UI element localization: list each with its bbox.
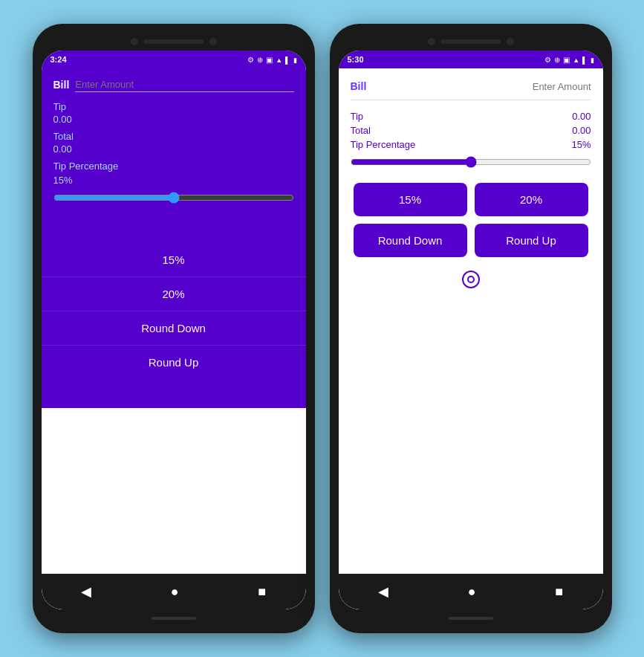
phone-1-screen: 3:24 Bill Tip 0.00 xyxy=(42,51,306,609)
wifi-icon-2 xyxy=(573,56,579,64)
wifi-icon xyxy=(276,56,282,64)
bottom-indicator-2 xyxy=(449,617,493,620)
gear-icon-2 xyxy=(544,56,551,64)
dropdown-item-round-up[interactable]: Round Up xyxy=(42,346,306,379)
dropdown-menu-1: 15% 20% Round Down Round Up xyxy=(42,243,306,409)
dropdown-item-round-down[interactable]: Round Down xyxy=(42,311,306,346)
bill-label-1: Bill xyxy=(53,79,70,91)
phone-2-top-section: Bill Tip 0.00 Total 0.00 Tip Percentage … xyxy=(339,68,603,300)
radio-circle xyxy=(462,271,480,288)
bill-label-2: Bill xyxy=(351,80,367,92)
tip-percentage-label-2: Tip Percentage xyxy=(351,139,416,150)
total-label-1: Total xyxy=(53,131,294,142)
camera-dot-2 xyxy=(209,38,217,45)
btn-15-percent[interactable]: 15% xyxy=(354,183,467,216)
phone-2-bottom-bar xyxy=(339,612,603,624)
sim-icon-2 xyxy=(563,56,570,64)
tip-percentage-label-1: Tip Percentage xyxy=(53,161,294,172)
time-2: 5:30 xyxy=(348,55,364,64)
bill-row-2: Bill xyxy=(351,80,591,100)
phone-1-top-section: Bill Tip 0.00 Total 0.00 Tip Percentage … xyxy=(42,68,306,243)
bottom-indicator-1 xyxy=(152,617,196,620)
btn-round-down[interactable]: Round Down xyxy=(354,224,467,257)
phone-1-app: Bill Tip 0.00 Total 0.00 Tip Percentage … xyxy=(42,68,306,574)
recent-button-1[interactable]: ■ xyxy=(246,578,278,606)
back-button-2[interactable]: ◀ xyxy=(366,577,400,606)
bill-input-2[interactable] xyxy=(466,81,591,92)
sim-icon xyxy=(266,56,273,64)
phone-1-nav: ◀ ● ■ xyxy=(42,574,306,609)
bill-input-1[interactable] xyxy=(75,77,293,92)
tip-percentage-value-1: 15% xyxy=(53,175,294,186)
status-bar-2: 5:30 xyxy=(339,51,603,68)
battery-icon-2 xyxy=(591,56,594,64)
speaker-bar-2 xyxy=(441,39,501,44)
status-icons-1 xyxy=(247,56,296,64)
tip-percentage-value-2: 15% xyxy=(571,139,591,150)
slider-row-2 xyxy=(351,156,591,171)
battery-icon xyxy=(293,56,297,64)
total-value-1: 0.00 xyxy=(53,143,294,155)
status-icons-2 xyxy=(544,56,593,64)
phone-1-top-bar xyxy=(42,33,306,51)
tip-percentage-row-2: Tip Percentage 15% xyxy=(351,139,591,150)
tip-label-2: Tip xyxy=(351,111,364,122)
tip-row-2: Tip 0.00 xyxy=(351,111,591,122)
time-1: 3:24 xyxy=(51,55,67,64)
shield-icon-2 xyxy=(554,56,560,64)
camera-dot-4 xyxy=(507,38,514,45)
phone-1: 3:24 Bill Tip 0.00 xyxy=(33,24,315,633)
btn-round-up[interactable]: Round Up xyxy=(475,224,588,257)
bill-row-1: Bill xyxy=(53,77,294,92)
total-row-2: Total 0.00 xyxy=(351,125,591,136)
slider-container-1 xyxy=(53,189,294,213)
signal-icon-2 xyxy=(582,56,587,64)
dropdown-item-20[interactable]: 20% xyxy=(42,277,306,311)
empty-space-2 xyxy=(339,300,603,574)
radio-indicator xyxy=(351,271,591,288)
phone-2-app: Bill Tip 0.00 Total 0.00 Tip Percentage … xyxy=(339,68,603,574)
empty-space-1 xyxy=(42,408,306,574)
tip-value-1: 0.00 xyxy=(53,114,294,125)
btn-20-percent[interactable]: 20% xyxy=(475,183,588,216)
signal-icon xyxy=(285,56,290,64)
phone-1-bottom-bar xyxy=(42,612,306,624)
shield-icon xyxy=(257,56,263,64)
tip-slider-2[interactable] xyxy=(351,156,591,168)
phone-2-top-bar xyxy=(339,33,603,51)
buttons-grid: 15% 20% Round Down Round Up xyxy=(351,183,591,257)
phone-2-screen: 5:30 Bill Tip 0.00 xyxy=(339,51,603,609)
tip-value-2: 0.00 xyxy=(572,111,591,122)
home-button-1[interactable]: ● xyxy=(159,578,191,606)
tip-slider-1[interactable] xyxy=(53,192,294,204)
camera-dot-3 xyxy=(428,38,435,45)
tip-percentage-section-1: Tip Percentage 15% xyxy=(53,161,294,213)
tip-label-1: Tip xyxy=(53,101,294,112)
tip-section-1: Tip 0.00 xyxy=(53,101,294,125)
speaker-bar-1 xyxy=(144,39,204,44)
total-value-2: 0.00 xyxy=(572,125,591,136)
dropdown-item-15[interactable]: 15% xyxy=(42,243,306,277)
status-bar-1: 3:24 xyxy=(42,51,306,68)
recent-button-2[interactable]: ■ xyxy=(543,578,575,606)
total-label-2: Total xyxy=(351,125,371,136)
phone-2: 5:30 Bill Tip 0.00 xyxy=(330,24,612,633)
radio-inner xyxy=(467,276,475,283)
camera-dot-1 xyxy=(131,38,138,45)
gear-icon xyxy=(247,56,254,64)
phone-2-nav: ◀ ● ■ xyxy=(339,574,603,609)
home-button-2[interactable]: ● xyxy=(456,578,488,606)
back-button-1[interactable]: ◀ xyxy=(69,577,103,606)
total-section-1: Total 0.00 xyxy=(53,131,294,155)
